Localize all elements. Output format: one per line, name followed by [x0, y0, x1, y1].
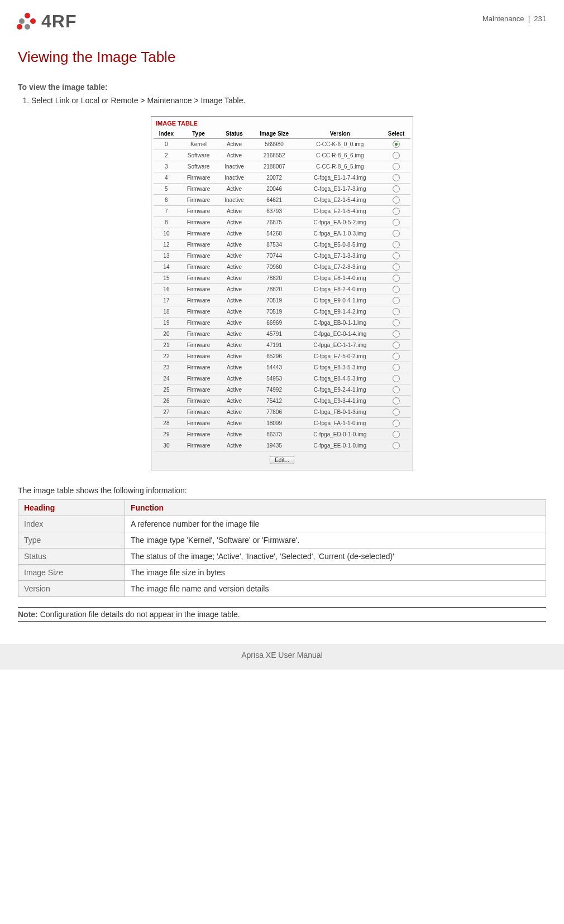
select-radio[interactable]: [393, 141, 400, 148]
cell-status: Active: [218, 340, 251, 351]
select-radio[interactable]: [393, 341, 400, 349]
table-row: 7FirmwareActive63793C-fpga_E2-1-5-4.img: [154, 206, 410, 217]
page-number: 231: [534, 15, 546, 23]
select-radio[interactable]: [393, 375, 400, 382]
cell-index: 17: [154, 295, 179, 306]
select-radio[interactable]: [393, 386, 400, 393]
cell-index: 3: [154, 161, 179, 172]
cell-size: 74992: [251, 384, 298, 396]
note-text: Configuration file details do not appear…: [38, 610, 240, 619]
cell-version: C-fpga_ED-0-1-0.img: [298, 429, 382, 440]
select-radio[interactable]: [393, 364, 400, 371]
table-row: 29FirmwareActive86373C-fpga_ED-0-1-0.img: [154, 429, 410, 440]
select-radio[interactable]: [393, 431, 400, 438]
cell-index: 14: [154, 262, 179, 273]
cell-select: [382, 139, 410, 150]
select-radio[interactable]: [393, 174, 400, 181]
cell-size: 20046: [251, 184, 298, 195]
select-radio[interactable]: [393, 241, 400, 248]
desc-header-heading: Heading: [18, 500, 125, 516]
select-radio[interactable]: [393, 408, 400, 416]
select-radio[interactable]: [393, 297, 400, 304]
select-radio[interactable]: [393, 442, 400, 449]
table-row: 15FirmwareActive78820C-fpga_E8-1-4-0.img: [154, 273, 410, 284]
cell-select: [382, 340, 410, 351]
cell-version: C-fpga_EE-0-1-0.img: [298, 440, 382, 451]
cell-size: 65296: [251, 351, 298, 362]
cell-select: [382, 440, 410, 451]
cell-index: 18: [154, 306, 179, 317]
desc-row: VersionThe image file name and version d…: [18, 581, 546, 597]
image-table-header: Status: [218, 129, 251, 139]
select-radio[interactable]: [393, 152, 400, 159]
cell-size: 47191: [251, 340, 298, 351]
table-row: 10FirmwareActive54268C-fpga_EA-1-0-3.img: [154, 228, 410, 239]
cell-select: [382, 251, 410, 262]
cell-type: Kernel: [179, 139, 218, 150]
cell-status: Active: [218, 317, 251, 329]
select-radio[interactable]: [393, 185, 400, 192]
select-radio[interactable]: [393, 308, 400, 315]
cell-size: 569980: [251, 139, 298, 150]
cell-index: 24: [154, 373, 179, 384]
cell-status: Active: [218, 295, 251, 306]
select-radio[interactable]: [393, 353, 400, 360]
cell-size: 54953: [251, 373, 298, 384]
select-radio[interactable]: [393, 208, 400, 215]
cell-type: Software: [179, 150, 218, 161]
cell-version: C-fpga_E9-3-4-1.img: [298, 396, 382, 407]
select-radio[interactable]: [393, 196, 400, 204]
table-row: 30FirmwareActive19435C-fpga_EE-0-1-0.img: [154, 440, 410, 451]
cell-size: 76875: [251, 217, 298, 228]
select-radio[interactable]: [393, 319, 400, 326]
cell-size: 78820: [251, 273, 298, 284]
cell-type: Software: [179, 161, 218, 172]
cell-size: 77806: [251, 407, 298, 418]
select-radio[interactable]: [393, 397, 400, 405]
cell-select: [382, 373, 410, 384]
desc-function-cell: The status of the image; 'Active', 'Inac…: [125, 548, 546, 565]
select-radio[interactable]: [393, 163, 400, 170]
cell-type: Firmware: [179, 217, 218, 228]
select-radio[interactable]: [393, 330, 400, 338]
cell-status: Active: [218, 407, 251, 418]
cell-version: C-fpga_E7-5-0-2.img: [298, 351, 382, 362]
select-radio[interactable]: [393, 263, 400, 271]
select-radio[interactable]: [393, 252, 400, 259]
cell-version: C-fpga_FB-0-1-3.img: [298, 407, 382, 418]
table-row: 28FirmwareActive18099C-fpga_FA-1-1-0.img: [154, 418, 410, 429]
table-row: 16FirmwareActive78820C-fpga_E8-2-4-0.img: [154, 284, 410, 295]
select-radio[interactable]: [393, 420, 400, 427]
cell-type: Firmware: [179, 440, 218, 451]
cell-size: 2188007: [251, 161, 298, 172]
cell-select: [382, 239, 410, 251]
cell-select: [382, 228, 410, 239]
cell-status: Active: [218, 262, 251, 273]
section-name: Maintenance: [482, 15, 524, 23]
select-radio[interactable]: [393, 219, 400, 226]
cell-type: Firmware: [179, 407, 218, 418]
cell-select: [382, 262, 410, 273]
table-row: 17FirmwareActive70519C-fpga_E9-0-4-1.img: [154, 295, 410, 306]
cell-index: 5: [154, 184, 179, 195]
table-row: 26FirmwareActive75412C-fpga_E9-3-4-1.img: [154, 396, 410, 407]
cell-type: Firmware: [179, 295, 218, 306]
select-radio[interactable]: [393, 230, 400, 237]
cell-type: Firmware: [179, 373, 218, 384]
desc-intro: The image table shows the following info…: [18, 486, 546, 495]
cell-version: C-fpga_E9-0-4-1.img: [298, 295, 382, 306]
logo-text: 4RF: [41, 11, 77, 32]
cell-size: 19435: [251, 440, 298, 451]
select-radio[interactable]: [393, 275, 400, 282]
cell-size: 64621: [251, 195, 298, 206]
cell-type: Firmware: [179, 273, 218, 284]
cell-type: Firmware: [179, 251, 218, 262]
table-row: 8FirmwareActive76875C-fpga_EA-0-5-2.img: [154, 217, 410, 228]
select-radio[interactable]: [393, 286, 400, 293]
edit-button[interactable]: Edit...: [270, 456, 294, 464]
cell-type: Firmware: [179, 228, 218, 239]
cell-index: 13: [154, 251, 179, 262]
cell-select: [382, 362, 410, 373]
cell-version: C-fpga_E5-0-8-5.img: [298, 239, 382, 251]
cell-type: Firmware: [179, 172, 218, 184]
